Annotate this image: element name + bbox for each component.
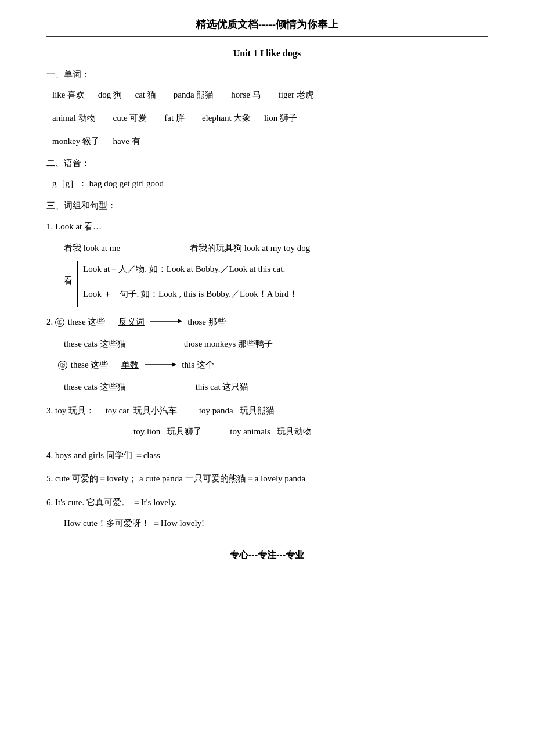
item3-toy-car: toy car 玩具小汽车 — [106, 406, 178, 415]
vocab-section-title: 一、单词： — [46, 69, 488, 80]
item3-label-row: 3. toy 玩具： toy car 玩具小汽车 toy panda 玩具熊猫 — [46, 402, 488, 419]
phonetics-section-title: 二、语音： — [46, 158, 488, 169]
item2-header: 2. ① these 这些 反义词 those 那些 — [46, 314, 488, 331]
item3-toy-animals: toy animals 玩具动物 — [230, 427, 312, 436]
vocab-content: like 喜欢 dog 狗 cat 猫 panda 熊猫 horse 马 tig… — [52, 86, 488, 150]
vocab-item-fat: fat 胖 — [164, 113, 185, 123]
footer: 专心---专注---专业 — [46, 549, 488, 561]
item3-label: 3. toy 玩具： — [46, 406, 95, 415]
footer-text: 专心---专注---专业 — [230, 550, 304, 560]
item4-label: 4. boys and girls 同学们 ＝class — [46, 447, 488, 464]
brace-lines: Look at＋人／物. 如：Look at Bobby.／Look at th… — [77, 261, 298, 307]
vocab-line-3: monkey 猴子 have 有 — [52, 132, 488, 150]
item2-these2: these 这些 — [71, 360, 109, 369]
brace-row1: Look at＋人／物. 如：Look at Bobby.／Look at th… — [83, 261, 285, 278]
item2-singular-label: 单数 — [121, 360, 139, 369]
vocab-item-dog: dog 狗 — [98, 90, 122, 99]
item2-antonym-label: 反义词 — [118, 317, 145, 326]
item1-sub1-left: 看我 look at me — [64, 240, 120, 257]
vocab-line-2: animal 动物 cute 可爱 fat 胖 elephant 大象 lion… — [52, 109, 488, 127]
page: 精选优质文档-----倾情为你奉上 Unit 1 I like dogs 一、单… — [0, 0, 534, 756]
item2-ex2-right: this cat 这只猫 — [196, 379, 249, 395]
item6-sub: How cute！多可爱呀！ ＝How lovely! — [64, 515, 488, 532]
item3-toy-panda: toy panda 玩具熊猫 — [199, 406, 275, 415]
item2-circle1: ① — [55, 318, 64, 327]
item2-ex1-row: these cats 这些猫 those monkeys 那些鸭子 — [64, 336, 488, 352]
vocab-item-cat: cat 猫 — [135, 90, 156, 99]
vocab-item-animal: animal 动物 — [52, 113, 96, 123]
vocab-line-1: like 喜欢 dog 狗 cat 猫 panda 熊猫 horse 马 tig… — [52, 86, 488, 103]
item2-circle2-row: ② these 这些 单数 this 这个 — [58, 357, 488, 374]
unit-title: Unit 1 I like dogs — [46, 48, 488, 59]
phonetics-line: g［g］： bag dog get girl good — [52, 175, 488, 192]
item2-label: 2. — [46, 317, 53, 326]
brace-label-col: 看 — [64, 275, 73, 292]
item2-this: this 这个 — [182, 360, 214, 369]
vocab-item-have: have 有 — [113, 136, 140, 146]
item-2: 2. ① these 这些 反义词 those 那些 these cats 这些… — [46, 314, 488, 395]
vocab-item-monkey: monkey 猴子 — [52, 136, 100, 146]
item2-those: those 那些 — [187, 317, 225, 326]
phrases-section-title: 三、词组和句型： — [46, 200, 488, 211]
item-1: 1. Look at 看… 看我 look at me 看我的玩具狗 look … — [46, 218, 488, 307]
item-6: 6. It's cute. 它真可爱。 ＝It's lovely. How cu… — [46, 494, 488, 532]
vocab-item-horse: horse 马 — [231, 90, 261, 99]
vocab-item-cute: cute 可爱 — [113, 113, 147, 123]
item1-label: 1. Look at 看… — [46, 218, 488, 235]
item2-ex2-left: these cats 这些猫 — [64, 379, 126, 395]
item1-sub1-row: 看我 look at me 看我的玩具狗 look at my toy dog — [64, 240, 488, 257]
vocab-item-panda: panda 熊猫 — [174, 90, 214, 99]
item2-circle2: ② — [58, 361, 67, 370]
arrow-1 — [150, 314, 182, 331]
brace-label-text: 看 — [64, 275, 73, 286]
brace-block: 看 Look at＋人／物. 如：Look at Bobby.／Look at … — [64, 261, 488, 307]
item-4: 4. boys and girls 同学们 ＝class — [46, 447, 488, 464]
vocab-item-tiger: tiger 老虎 — [279, 90, 314, 99]
svg-marker-3 — [172, 362, 176, 367]
vocab-item-like: like 喜欢 — [52, 90, 85, 99]
brace-row2: Look ＋ +句子. 如：Look , this is Bobby.／Look… — [83, 286, 298, 303]
item2-ex2-row: these cats 这些猫 this cat 这只猫 — [64, 379, 488, 395]
item1-sub1-right: 看我的玩具狗 look at my toy dog — [190, 240, 310, 257]
item-5: 5. cute 可爱的＝lovely； a cute panda 一只可爱的熊猫… — [46, 470, 488, 487]
arrow-2 — [145, 358, 176, 375]
item2-ex1-left: these cats 这些猫 — [64, 336, 126, 352]
vocab-item-elephant: elephant 大象 — [202, 113, 251, 123]
item2-these: these 这些 — [68, 317, 106, 326]
item3-row2: toy lion 玩具狮子 toy animals 玩具动物 — [134, 423, 488, 440]
item2-ex1-right: those monkeys 那些鸭子 — [184, 336, 273, 352]
svg-marker-1 — [178, 319, 182, 323]
vocab-item-lion: lion 狮子 — [264, 113, 297, 123]
header-title: 精选优质文档-----倾情为你奉上 — [196, 19, 338, 30]
item6-label: 6. It's cute. 它真可爱。 ＝It's lovely. — [46, 494, 488, 511]
item-3: 3. toy 玩具： toy car 玩具小汽车 toy panda 玩具熊猫 … — [46, 402, 488, 440]
item5-label: 5. cute 可爱的＝lovely； a cute panda 一只可爱的熊猫… — [46, 470, 488, 487]
item3-toy-lion: toy lion 玩具狮子 — [134, 427, 202, 436]
page-header: 精选优质文档-----倾情为你奉上 — [46, 17, 488, 37]
